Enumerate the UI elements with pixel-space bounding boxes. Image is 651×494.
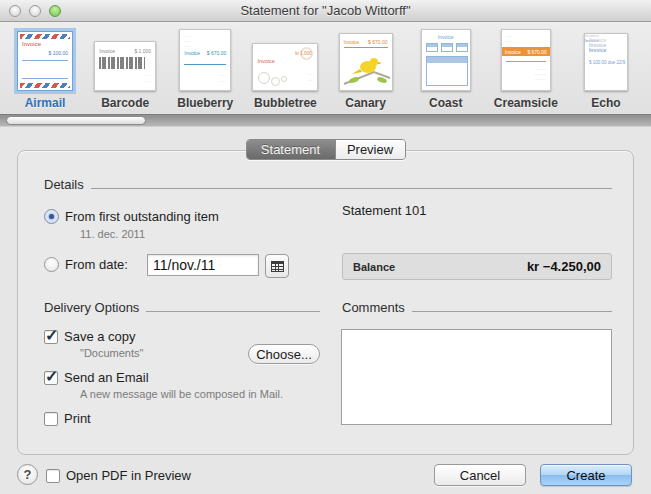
template-blueberry-thumbnail: ·············· Invoice $ 670.00 ········… xyxy=(179,29,231,91)
template-creamsicle[interactable]: ·············· Invoice $ 670.00 ········… xyxy=(487,29,565,114)
thumb-rule xyxy=(22,60,68,61)
checkbox-print[interactable]: Print xyxy=(44,411,91,426)
send-email-note: A new message will be composed in Mail. xyxy=(80,388,283,400)
thumb-invoice-amount: $ 100.00 xyxy=(49,50,68,56)
details-header-label: Details xyxy=(44,177,84,192)
open-pdf-label[interactable]: Open PDF in Preview xyxy=(66,468,191,483)
balance-value: kr −4.250,00 xyxy=(527,259,601,274)
choose-folder-button[interactable]: Choose... xyxy=(248,344,320,364)
comments-textarea[interactable] xyxy=(341,329,612,425)
template-coast[interactable]: Invoice Coast xyxy=(407,29,485,114)
create-button[interactable]: Create xyxy=(540,464,632,486)
checkbox-send-an-email[interactable]: Send an Email xyxy=(44,370,149,385)
template-echo[interactable]: Invoice Invoice Invoice $ 100.00 due 22/… xyxy=(567,33,645,114)
checkbox-checked-icon[interactable] xyxy=(44,371,58,385)
radio-off-icon[interactable] xyxy=(44,257,59,272)
close-window-button[interactable] xyxy=(9,5,21,17)
tab-preview[interactable]: Preview xyxy=(335,140,405,159)
checkbox-unchecked-icon[interactable] xyxy=(46,469,60,483)
thumb-address-lines: ·············· xyxy=(184,34,191,49)
cancel-button[interactable]: Cancel xyxy=(434,464,526,486)
help-button[interactable]: ? xyxy=(17,464,38,485)
template-scrollbar[interactable] xyxy=(0,114,651,127)
comments-header-label: Comments xyxy=(342,300,405,315)
radio-from-date-label[interactable]: From date: xyxy=(65,257,128,272)
title-bar: Statement for "Jacob Wittorff" xyxy=(0,0,651,22)
thumb-invoice-title: Invoice xyxy=(99,48,115,54)
radio-from-date[interactable]: From date: xyxy=(44,257,128,272)
save-a-copy-label[interactable]: Save a copy xyxy=(64,329,136,344)
template-bubbletree[interactable]: kr 1,000 Invoice ·········· Bubbletree xyxy=(246,43,324,114)
template-airmail[interactable]: Invoice $ 100.00 Airmail xyxy=(6,31,84,114)
statement-dialog: Statement for "Jacob Wittorff" Invoice $… xyxy=(0,0,651,494)
statement-number: Statement 101 xyxy=(342,203,427,218)
radio-on-icon[interactable] xyxy=(44,209,59,224)
template-strip: Invoice $ 100.00 Airmail Invoice $ 1,000… xyxy=(0,22,651,114)
balance-box: Balance kr −4.250,00 xyxy=(342,253,612,280)
checkbox-unchecked-icon[interactable] xyxy=(44,412,58,426)
thumb-invoice-amount: $ 100.00 due 22/9 xyxy=(589,60,625,66)
zoom-window-button[interactable] xyxy=(49,5,61,17)
thumb-invoice-amount: $ 670.00 xyxy=(527,49,546,55)
window-controls xyxy=(9,5,61,17)
header-rule xyxy=(412,311,612,312)
thumb-rule xyxy=(344,47,388,48)
thumb-rule xyxy=(184,64,226,65)
header-rule xyxy=(91,188,612,189)
thumb-invoice-amount: kr 1,000 xyxy=(295,51,311,57)
thumb-invoice-title: Invoice xyxy=(505,49,521,55)
checkbox-open-pdf-in-preview[interactable]: Open PDF in Preview xyxy=(46,468,191,483)
thumb-invoice-title: Invoice xyxy=(344,39,360,45)
question-mark-icon: ? xyxy=(24,467,32,482)
template-label: Echo xyxy=(591,96,620,110)
bubble-icon xyxy=(258,72,270,84)
template-blueberry[interactable]: ·············· Invoice $ 670.00 ········… xyxy=(166,29,244,114)
header-rule xyxy=(146,311,320,312)
details-header: Details xyxy=(44,177,612,192)
thumb-invoice-title: Invoice xyxy=(22,41,41,47)
template-label: Canary xyxy=(345,96,386,110)
creamsicle-banner: Invoice $ 670.00 xyxy=(502,47,550,56)
thumb-invoice-title: Invoice xyxy=(422,34,470,40)
thumb-invoice-title: Invoice xyxy=(257,58,274,64)
thumb-footnote: ·········· xyxy=(220,73,227,85)
thumb-footnote: ························ xyxy=(535,67,546,82)
template-scrollbar-thumb[interactable] xyxy=(6,116,146,125)
barcode-icon xyxy=(99,57,145,69)
template-creamsicle-thumbnail: ·············· Invoice $ 670.00 ········… xyxy=(501,29,551,91)
save-copy-location: "Documents" xyxy=(80,347,143,359)
template-echo-thumbnail: Invoice Invoice Invoice $ 100.00 due 22/… xyxy=(584,33,628,91)
thumb-rule xyxy=(506,61,546,62)
calendar-picker-button[interactable] xyxy=(265,254,289,278)
print-label[interactable]: Print xyxy=(64,411,91,426)
minimize-window-button[interactable] xyxy=(29,5,41,17)
template-barcode-thumbnail: Invoice $ 1,000 ·········· xyxy=(94,41,156,91)
tab-statement[interactable]: Statement xyxy=(247,140,335,159)
checkbox-save-a-copy[interactable]: Save a copy xyxy=(44,329,136,344)
template-canary-thumbnail: Invoice $ 670.00 xyxy=(339,33,393,91)
template-bubbletree-thumbnail: kr 1,000 Invoice ·········· xyxy=(252,43,318,91)
echo-title-stack: Invoice Invoice Invoice xyxy=(589,38,606,53)
thumb-invoice-amount: $ 1,000 xyxy=(134,48,151,54)
from-date-input[interactable] xyxy=(147,254,259,276)
template-barcode[interactable]: Invoice $ 1,000 ·········· Barcode xyxy=(86,41,164,114)
calendar-icon xyxy=(271,261,284,272)
radio-from-first-outstanding-label[interactable]: From first outstanding item xyxy=(65,209,219,224)
first-outstanding-date: 11. dec. 2011 xyxy=(80,228,145,240)
delivery-options-header-label: Delivery Options xyxy=(44,300,139,315)
checkbox-checked-icon[interactable] xyxy=(44,330,58,344)
template-label: Bubbletree xyxy=(254,96,317,110)
coast-box-icon xyxy=(456,43,468,52)
template-coast-thumbnail: Invoice xyxy=(421,29,471,91)
comments-header: Comments xyxy=(342,300,612,315)
window-title: Statement for "Jacob Wittorff" xyxy=(240,3,410,18)
radio-from-first-outstanding[interactable]: From first outstanding item xyxy=(44,209,219,224)
thumb-invoice-amount: $ 670.00 xyxy=(368,39,387,45)
delivery-options-header: Delivery Options xyxy=(44,300,320,315)
send-an-email-label[interactable]: Send an Email xyxy=(64,370,149,385)
bubble-icon xyxy=(281,76,287,82)
template-label: Creamsicle xyxy=(494,96,558,110)
template-canary[interactable]: Invoice $ 670.00 Canary xyxy=(327,33,405,114)
template-label: Barcode xyxy=(101,96,149,110)
template-airmail-thumbnail: Invoice $ 100.00 xyxy=(17,31,73,91)
